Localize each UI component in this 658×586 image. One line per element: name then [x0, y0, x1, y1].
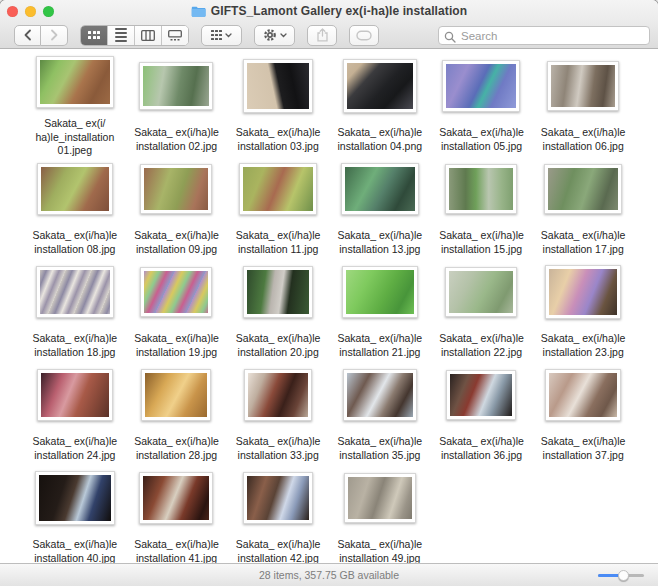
file-thumbnail[interactable] [445, 267, 517, 317]
file-thumbnail[interactable] [545, 369, 621, 421]
file-item[interactable]: Sakata_ ex(i/ha)leinstallation 03.jpg [227, 55, 329, 158]
file-name[interactable]: Sakata_ ex(i/ha)leinstallation 24.jpg [33, 435, 118, 462]
file-item[interactable]: Sakata_ ex(i/ha)leinstallation 11.jpg [227, 158, 329, 261]
group-by-button[interactable] [201, 25, 242, 46]
file-name[interactable]: Sakata_ ex(i/ha)leinstallation 23.jpg [541, 332, 626, 359]
file-name[interactable]: Sakata_ ex(i/ha)leinstallation 41.jpg [134, 538, 219, 565]
file-thumbnail[interactable] [244, 369, 312, 421]
file-name[interactable]: Sakata_ ex(i/ha)leinstallation 11.jpg [236, 229, 321, 256]
actions-button[interactable] [254, 25, 295, 46]
file-name[interactable]: Sakata_ ex(i/ha)leinstallation 33.jpg [236, 435, 321, 462]
file-thumbnail[interactable] [243, 266, 313, 318]
file-name[interactable]: Sakata_ ex(i/ha)leinstallation 40.jpg [33, 538, 118, 565]
file-item[interactable]: Sakata_ ex(i/ha)leinstallation 40.jpg [24, 467, 126, 565]
file-thumbnail[interactable] [139, 472, 213, 524]
file-thumbnail[interactable] [343, 369, 417, 421]
file-name[interactable]: Sakata_ ex(i/ha)leinstallation 35.jpg [338, 435, 423, 462]
file-thumbnail[interactable] [140, 267, 212, 317]
file-item[interactable]: Sakata_ ex(i/ha)leinstallation 05.jpg [431, 55, 533, 158]
file-item[interactable]: Sakata_ ex(i/ha)leinstallation 20.jpg [227, 261, 329, 364]
file-thumbnail[interactable] [36, 56, 114, 108]
file-browser-content[interactable]: Sakata_ ex(i/ha)le_installation 01.jpegS… [0, 49, 658, 565]
file-name[interactable]: Sakata_ ex(i/ha)leinstallation 03.jpg [236, 126, 321, 153]
file-thumbnail[interactable] [442, 60, 520, 112]
tags-button[interactable] [349, 25, 379, 46]
file-thumbnail[interactable] [445, 164, 517, 214]
close-button[interactable] [7, 6, 18, 17]
file-item[interactable]: Sakata_ ex(i/ha)leinstallation 02.jpg [126, 55, 228, 158]
file-thumbnail[interactable] [141, 369, 211, 421]
file-thumbnail[interactable] [239, 163, 317, 215]
file-thumbnail[interactable] [36, 266, 114, 318]
zoom-button[interactable] [43, 6, 54, 17]
file-name[interactable]: Sakata_ ex(i/ha)leinstallation 06.jpg [541, 126, 626, 153]
file-name[interactable]: Sakata_ ex(i/ha)leinstallation 28.jpg [134, 435, 219, 462]
file-thumbnail[interactable] [37, 163, 113, 215]
file-item[interactable]: Sakata_ ex(i/ha)leinstallation 08.jpg [24, 158, 126, 261]
file-item[interactable]: Sakata_ ex(i/ha)leinstallation 41.jpg [126, 467, 228, 565]
file-name[interactable]: Sakata_ ex(i/ha)leinstallation 02.jpg [134, 126, 219, 153]
file-item[interactable]: Sakata_ ex(i/ha)leinstallation 17.jpg [532, 158, 634, 261]
column-view-button[interactable] [134, 26, 161, 45]
file-item[interactable]: Sakata_ ex(i/ha)leinstallation 35.jpg [329, 364, 431, 467]
file-name[interactable]: Sakata_ ex(i/ha)leinstallation 15.jpg [439, 229, 524, 256]
list-view-button[interactable] [107, 26, 134, 45]
file-item[interactable]: Sakata_ ex(i/ha)leinstallation 24.jpg [24, 364, 126, 467]
file-name[interactable]: Sakata_ ex(i/ha)leinstallation 49.jpg [338, 538, 423, 565]
forward-button[interactable] [41, 25, 68, 46]
file-thumbnail[interactable] [243, 59, 313, 113]
file-name[interactable]: Sakata_ ex(i/ha)leinstallation 09.jpg [134, 229, 219, 256]
minimize-button[interactable] [25, 6, 36, 17]
file-name[interactable]: Sakata_ ex(i/ha)leinstallation 13.jpg [338, 229, 423, 256]
coverflow-view-button[interactable] [161, 26, 188, 45]
file-item[interactable]: Sakata_ ex(i/ha)leinstallation 37.jpg [532, 364, 634, 467]
file-item[interactable]: Sakata_ ex(i/ha)leinstallation 33.jpg [227, 364, 329, 467]
slider-thumb[interactable] [618, 570, 629, 581]
file-name[interactable]: Sakata_ ex(i/ha)leinstallation 05.jpg [439, 126, 524, 153]
title-bar[interactable]: GIFTS_Lamont Gallery ex(i-ha)le installa… [0, 0, 658, 22]
file-thumbnail[interactable] [545, 265, 621, 319]
share-button[interactable] [307, 25, 337, 46]
file-name[interactable]: Sakata_ ex(i/ha)leinstallation 19.jpg [134, 332, 219, 359]
file-item[interactable]: Sakata_ ex(i/ha)le_installation 01.jpeg [24, 55, 126, 158]
file-item[interactable]: Sakata_ ex(i/ha)leinstallation 49.jpg [329, 467, 431, 565]
file-thumbnail[interactable] [341, 163, 419, 215]
file-name[interactable]: Sakata_ ex(i/ha)leinstallation 08.jpg [33, 229, 118, 256]
file-thumbnail[interactable] [446, 370, 516, 420]
file-name[interactable]: Sakata_ ex(i/ha)leinstallation 37.jpg [541, 435, 626, 462]
file-item[interactable]: Sakata_ ex(i/ha)leinstallation 13.jpg [329, 158, 431, 261]
file-name[interactable]: Sakata_ ex(i/ha)leinstallation 36.jpg [439, 435, 524, 462]
file-thumbnail[interactable] [544, 164, 622, 214]
icon-size-slider[interactable] [598, 569, 644, 581]
file-item[interactable]: Sakata_ ex(i/ha)leinstallation 18.jpg [24, 261, 126, 364]
file-name[interactable]: Sakata_ ex(i/ha)leinstallation 22.jpg [439, 332, 524, 359]
back-button[interactable] [14, 25, 41, 46]
file-item[interactable]: Sakata_ ex(i/ha)leinstallation 15.jpg [431, 158, 533, 261]
file-thumbnail[interactable] [342, 266, 418, 318]
file-item[interactable]: Sakata_ ex(i/ha)leinstallation 04.png [329, 55, 431, 158]
file-item[interactable]: Sakata_ ex(i/ha)leinstallation 36.jpg [431, 364, 533, 467]
file-item[interactable]: Sakata_ ex(i/ha)leinstallation 22.jpg [431, 261, 533, 364]
icon-view-button[interactable] [81, 26, 107, 45]
file-thumbnail[interactable] [243, 472, 313, 524]
file-item[interactable]: Sakata_ ex(i/ha)leinstallation 42.jpg [227, 467, 329, 565]
file-thumbnail[interactable] [547, 61, 619, 111]
file-name[interactable]: Sakata_ ex(i/ha)le_installation 01.jpeg [25, 117, 125, 158]
file-thumbnail[interactable] [37, 369, 113, 421]
file-item[interactable]: Sakata_ ex(i/ha)leinstallation 19.jpg [126, 261, 228, 364]
file-thumbnail[interactable] [35, 471, 115, 525]
file-thumbnail[interactable] [343, 59, 417, 113]
file-thumbnail[interactable] [139, 62, 213, 110]
file-name[interactable]: Sakata_ ex(i/ha)leinstallation 21.jpg [338, 332, 423, 359]
file-name[interactable]: Sakata_ ex(i/ha)leinstallation 20.jpg [236, 332, 321, 359]
file-item[interactable]: Sakata_ ex(i/ha)leinstallation 23.jpg [532, 261, 634, 364]
file-item[interactable]: Sakata_ ex(i/ha)leinstallation 09.jpg [126, 158, 228, 261]
file-item[interactable]: Sakata_ ex(i/ha)leinstallation 06.jpg [532, 55, 634, 158]
file-thumbnail[interactable] [140, 164, 212, 214]
file-item[interactable]: Sakata_ ex(i/ha)leinstallation 21.jpg [329, 261, 431, 364]
file-name[interactable]: Sakata_ ex(i/ha)leinstallation 17.jpg [541, 229, 626, 256]
file-name[interactable]: Sakata_ ex(i/ha)leinstallation 04.png [337, 126, 422, 153]
file-item[interactable]: Sakata_ ex(i/ha)leinstallation 28.jpg [126, 364, 228, 467]
search-input[interactable] [438, 26, 650, 45]
file-name[interactable]: Sakata_ ex(i/ha)leinstallation 42.jpg [236, 538, 321, 565]
